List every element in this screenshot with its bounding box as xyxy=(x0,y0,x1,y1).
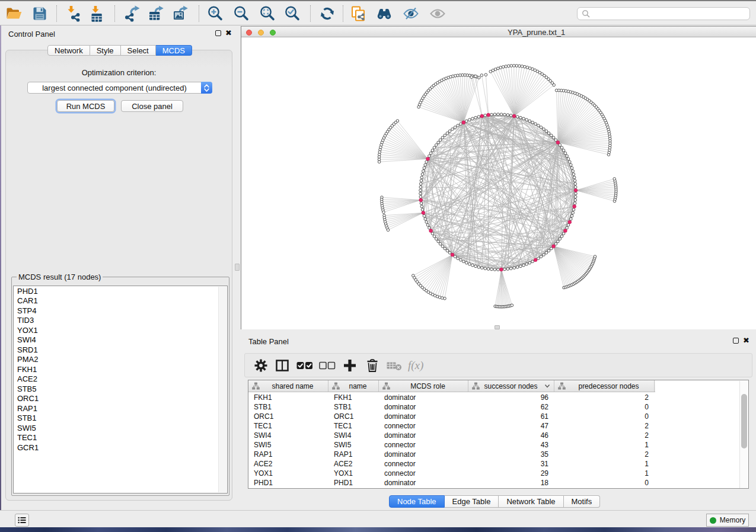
table-row[interactable]: SWI4SWI4dominator462 xyxy=(248,431,741,440)
mcds-result-item[interactable]: STP4 xyxy=(14,306,227,316)
cell-successor-nodes: 31 xyxy=(468,460,554,468)
mcds-result-item[interactable]: PMA2 xyxy=(14,355,227,365)
column-header-name[interactable]: name xyxy=(328,380,379,392)
import-table-icon xyxy=(88,5,105,22)
criterion-select[interactable]: largest connected component (undirected) xyxy=(27,82,212,94)
cell-successor-nodes: 47 xyxy=(468,422,554,430)
close-panel-button[interactable]: Close panel xyxy=(121,100,183,112)
status-list-button[interactable] xyxy=(15,514,29,527)
column-header-shared-name[interactable]: shared name xyxy=(248,380,328,392)
tab-network-table[interactable]: Network Table xyxy=(499,495,563,508)
cell-successor-nodes: 18 xyxy=(468,479,554,487)
table-row[interactable]: TEC1TEC1connector472 xyxy=(248,421,741,431)
splitter-handle[interactable] xyxy=(235,264,240,271)
add-button[interactable] xyxy=(341,357,359,374)
column-layout-button[interactable] xyxy=(273,357,291,374)
mcds-result-item[interactable]: STB5 xyxy=(14,384,227,394)
close-panel-icon[interactable]: ✖ xyxy=(225,30,232,36)
tab-node-table[interactable]: Node Table xyxy=(389,495,445,508)
export-table-button[interactable] xyxy=(146,4,166,23)
mcds-result-item[interactable]: RAP1 xyxy=(14,403,227,414)
table-row[interactable]: SWI5SWI5connector431 xyxy=(248,440,741,450)
export-table-icon xyxy=(148,5,164,22)
mcds-result-item[interactable]: ACE2 xyxy=(14,374,227,384)
zoom-out-button[interactable] xyxy=(231,4,251,23)
float-panel-icon[interactable] xyxy=(215,30,221,36)
run-mcds-button[interactable]: Run MCDS xyxy=(57,100,114,112)
cell-predecessor-nodes: 0 xyxy=(554,403,655,411)
memory-button[interactable]: Memory xyxy=(706,514,749,527)
mcds-result-list[interactable]: PHD1CAR1STP4TID3YOX1SWI4SRD1PMA2FKH1ACE2… xyxy=(13,286,228,493)
table-row[interactable]: YOX1YOX1connector291 xyxy=(248,469,741,478)
tab-select[interactable]: Select xyxy=(121,45,156,56)
memory-label: Memory xyxy=(720,516,745,524)
search-icon xyxy=(582,9,590,18)
table-row[interactable]: STB1STB1dominator620 xyxy=(248,402,741,412)
network-canvas[interactable] xyxy=(241,37,756,329)
table-row[interactable]: ORC1ORC1dominator610 xyxy=(248,412,741,421)
cell-successor-nodes: 46 xyxy=(468,431,554,440)
open-folder-button[interactable] xyxy=(4,4,24,23)
search-input[interactable] xyxy=(577,7,750,20)
delete-button[interactable] xyxy=(363,357,381,374)
desktop-wallpaper xyxy=(0,527,756,532)
mcds-result-item[interactable]: CAR1 xyxy=(14,296,227,306)
refresh-button[interactable] xyxy=(317,4,337,23)
gear-button[interactable] xyxy=(252,357,270,374)
mcds-result-item[interactable]: FKH1 xyxy=(14,364,227,374)
close-table-panel-icon[interactable]: ✖ xyxy=(743,338,749,344)
mcds-result-item[interactable]: SWI4 xyxy=(14,335,227,345)
mcds-result-item[interactable]: STB1 xyxy=(14,414,227,424)
show-all-button[interactable] xyxy=(428,4,448,23)
table-scrollbar[interactable] xyxy=(739,381,748,488)
horizontal-splitter-handle[interactable] xyxy=(495,325,500,329)
close-window-icon[interactable] xyxy=(246,30,252,36)
vertical-splitter[interactable] xyxy=(232,25,241,510)
mcds-list-scrollbar[interactable] xyxy=(218,287,227,492)
mcds-result-item[interactable]: TEC1 xyxy=(14,433,227,443)
table-scrollbar-thumb[interactable] xyxy=(741,394,747,448)
column-header-MCDS-role[interactable]: MCDS role xyxy=(379,380,468,392)
tab-edge-table[interactable]: Edge Table xyxy=(445,495,499,508)
tab-network[interactable]: Network xyxy=(47,45,90,56)
network-window-titlebar[interactable]: YPA_prune.txt_1 xyxy=(241,26,756,37)
select-all-button[interactable] xyxy=(296,357,314,374)
zoom-fit-button[interactable] xyxy=(257,4,277,23)
mcds-result-item[interactable]: GCR1 xyxy=(14,443,227,453)
cell-predecessor-nodes: 0 xyxy=(554,479,655,487)
zoom-in-button[interactable] xyxy=(205,4,225,23)
cell-name: SWI5 xyxy=(328,441,379,449)
export-image-button[interactable] xyxy=(170,4,190,23)
table-row[interactable]: RAP1RAP1dominator352 xyxy=(248,450,741,459)
cell-name: ACE2 xyxy=(328,460,379,468)
save-button[interactable] xyxy=(30,4,50,23)
column-header-successor-nodes[interactable]: successor nodes xyxy=(468,380,554,392)
first-neighbors-button[interactable] xyxy=(374,4,394,23)
mcds-result-item[interactable]: ORC1 xyxy=(14,394,227,404)
table-row[interactable]: PHD1PHD1dominator180 xyxy=(248,478,741,488)
tab-motifs[interactable]: Motifs xyxy=(564,495,601,508)
mcds-result-item[interactable]: PHD1 xyxy=(14,286,227,296)
table-row[interactable]: ACE2ACE2connector311 xyxy=(248,459,741,469)
control-panel-tabs: NetworkStyleSelectMCDS xyxy=(47,45,192,56)
minimize-window-icon[interactable] xyxy=(258,30,264,36)
zoom-window-icon[interactable] xyxy=(270,30,276,36)
tab-mcds[interactable]: MCDS xyxy=(156,45,192,56)
mcds-result-item[interactable]: YOX1 xyxy=(14,325,227,335)
cell-predecessor-nodes: 1 xyxy=(554,460,655,468)
mcds-result-item[interactable]: SWI5 xyxy=(14,423,227,433)
clone-network-button[interactable] xyxy=(349,4,369,23)
table-row[interactable]: FKH1FKH1dominator962 xyxy=(248,393,741,402)
float-table-panel-icon[interactable] xyxy=(733,338,739,344)
column-header-predecessor-nodes[interactable]: predecessor nodes xyxy=(554,380,655,392)
mcds-result-item[interactable]: TID3 xyxy=(14,316,227,326)
zoom-selected-button[interactable] xyxy=(282,4,302,23)
mcds-result-item[interactable]: SRD1 xyxy=(14,345,227,355)
hide-selected-button[interactable] xyxy=(401,4,421,23)
import-table-button[interactable] xyxy=(87,4,107,23)
import-network-button[interactable] xyxy=(63,4,83,23)
deselect-all-button[interactable] xyxy=(318,357,336,374)
export-network-button[interactable] xyxy=(122,4,142,23)
tab-style[interactable]: Style xyxy=(90,45,121,56)
cell-mcds-role: dominator xyxy=(379,431,468,440)
